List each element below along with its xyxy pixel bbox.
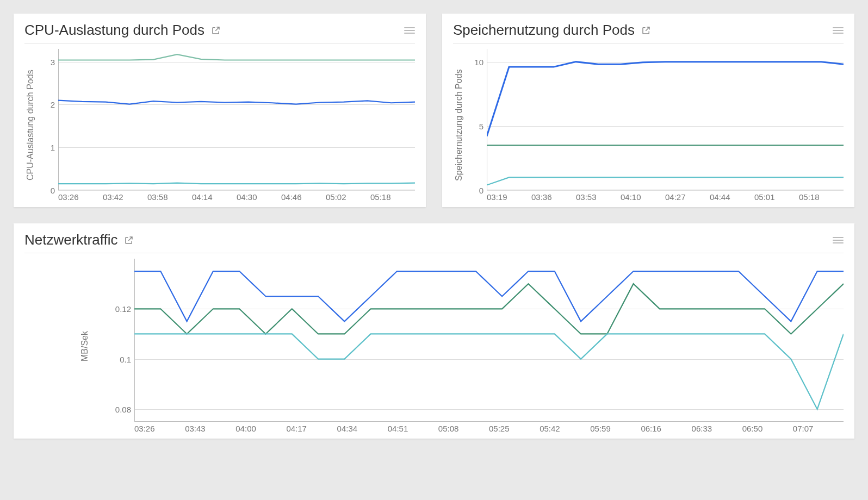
x-tick-label: 04:46	[281, 192, 326, 202]
x-tick-label: 04:34	[337, 424, 388, 433]
card-memory: Speichernutzung durch Pods Speichernutzu…	[442, 14, 854, 207]
chart-line-series-a	[58, 54, 415, 60]
y-tick-label: 3	[51, 57, 55, 66]
y-tick-label: 0.1	[120, 354, 131, 364]
x-tick-label: 05:01	[754, 192, 799, 202]
card-header: Netzwerktraffic	[24, 232, 844, 253]
y-axis-label: CPU-Auslastung durch Pods	[24, 49, 36, 202]
card-title: Netzwerktraffic	[24, 232, 117, 248]
y-axis-label: Speichernutzung durch Pods	[453, 49, 465, 202]
y-tick-label: 2	[51, 100, 55, 109]
chart-body: CPU-Auslastung durch Pods 012303:2603:42…	[24, 49, 415, 202]
x-tick-label: 03:53	[576, 192, 621, 202]
chart-line-series-c	[58, 183, 415, 184]
hamburger-menu-icon[interactable]	[404, 27, 415, 34]
chart-line-series-b	[134, 284, 844, 334]
x-tick-label: 05:18	[799, 192, 844, 202]
chart-line-series-b	[58, 101, 415, 104]
x-tick-label: 05:08	[438, 424, 489, 433]
y-tick-label: 0.12	[115, 304, 131, 314]
x-tick-label: 03:58	[147, 192, 192, 202]
x-tick-label: 05:18	[370, 192, 415, 202]
x-tick-label: 04:10	[621, 192, 665, 202]
x-tick-label: 05:59	[590, 424, 641, 433]
y-tick-label: 0	[479, 186, 483, 195]
x-tick-label: 07:07	[793, 424, 844, 433]
card-cpu: CPU-Auslastung durch Pods CPU-Auslastung…	[14, 14, 426, 207]
y-tick-label: 0.08	[115, 404, 131, 414]
chart-memory[interactable]: 051003:1903:3603:5304:1004:2704:4405:010…	[465, 49, 844, 202]
chart-line-series-c	[487, 177, 844, 185]
external-link-icon[interactable]	[211, 26, 221, 35]
chart-line-series-a	[487, 62, 844, 136]
hamburger-menu-icon[interactable]	[833, 27, 844, 34]
x-tick-label: 03:42	[103, 192, 147, 202]
y-tick-label: 5	[479, 121, 483, 130]
chart-line-series-c	[134, 334, 844, 409]
x-tick-label: 06:33	[692, 424, 742, 433]
chart-cpu[interactable]: 012303:2603:4203:5804:1404:3004:4605:020…	[36, 49, 415, 202]
card-title: Speichernutzung durch Pods	[453, 22, 635, 39]
y-tick-label: 10	[474, 57, 483, 66]
card-header: Speichernutzung durch Pods	[453, 22, 844, 43]
y-axis-label: MB/Sek	[79, 259, 91, 433]
y-tick-label: 1	[51, 143, 55, 152]
x-tick-label: 05:02	[326, 192, 370, 202]
x-tick-label: 06:50	[742, 424, 793, 433]
chart-body: MB/Sek 0.080.10.1203:2603:4304:0004:1704…	[24, 259, 844, 433]
y-tick-label: 0	[51, 186, 55, 195]
x-tick-label: 04:30	[237, 192, 281, 202]
x-tick-label: 04:44	[710, 192, 754, 202]
x-tick-label: 04:14	[192, 192, 237, 202]
chart-network[interactable]: 0.080.10.1203:2603:4304:0004:1704:3404:5…	[91, 259, 844, 433]
x-tick-label: 04:17	[286, 424, 337, 433]
x-tick-label: 04:27	[665, 192, 710, 202]
x-tick-label: 04:00	[235, 424, 286, 433]
x-tick-label: 04:51	[388, 424, 438, 433]
chart-body: Speichernutzung durch Pods 051003:1903:3…	[453, 49, 844, 202]
x-tick-label: 06:16	[641, 424, 691, 433]
x-tick-label: 05:25	[489, 424, 540, 433]
card-network: Netzwerktraffic MB/Sek 0.080.10.1203:260…	[14, 223, 854, 439]
x-tick-label: 03:36	[531, 192, 576, 202]
card-header: CPU-Auslastung durch Pods	[24, 22, 415, 43]
card-title: CPU-Auslastung durch Pods	[24, 22, 204, 39]
dashboard: CPU-Auslastung durch Pods CPU-Auslastung…	[14, 14, 854, 439]
x-tick-label: 03:26	[134, 424, 185, 433]
x-tick-label: 03:43	[185, 424, 235, 433]
external-link-icon[interactable]	[641, 26, 651, 35]
chart-line-series-a	[134, 271, 844, 321]
hamburger-menu-icon[interactable]	[833, 237, 844, 243]
x-tick-label: 05:42	[540, 424, 590, 433]
x-tick-label: 03:26	[58, 192, 103, 202]
external-link-icon[interactable]	[124, 235, 134, 245]
x-tick-label: 03:19	[487, 192, 531, 202]
